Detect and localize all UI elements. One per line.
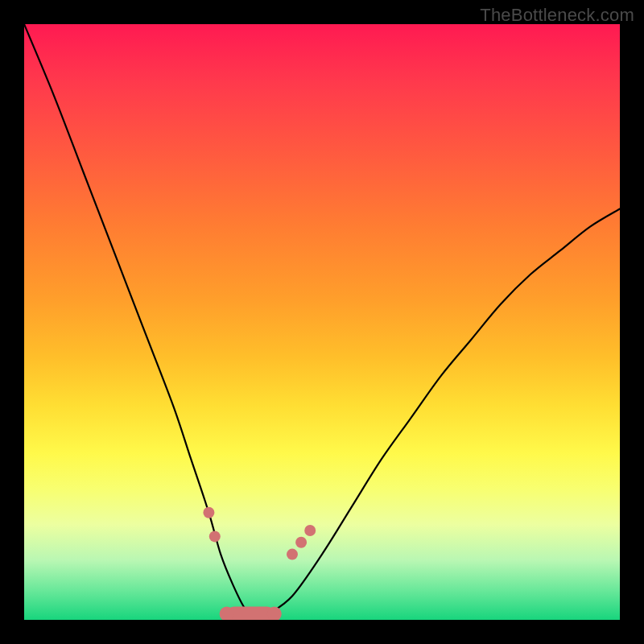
curve-marker (295, 537, 307, 548)
curve-bottom-cluster (220, 607, 282, 620)
plot-area (24, 24, 620, 620)
curve-markers-right (287, 525, 316, 560)
curve-marker (209, 530, 221, 542)
curve-marker (287, 549, 298, 560)
bottleneck-curve (24, 24, 620, 620)
curve-marker (203, 507, 214, 518)
watermark-text: TheBottleneck.com (480, 5, 634, 26)
curve-marker (304, 525, 316, 536)
chart-frame: TheBottleneck.com (0, 0, 644, 644)
v-curve-path (24, 24, 620, 620)
